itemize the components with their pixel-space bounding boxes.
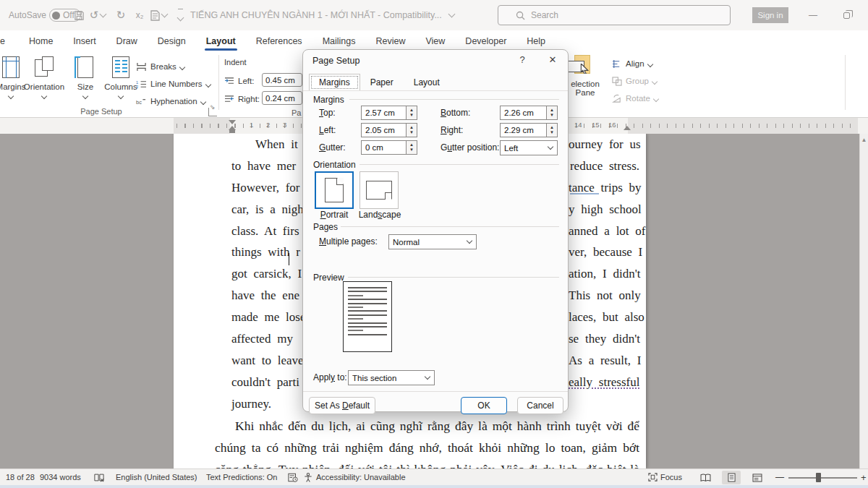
doc-line: However, for (231, 177, 304, 199)
right-indent-marker[interactable] (624, 126, 631, 130)
doc-line: laces, but also (569, 307, 639, 328)
sign-in-button[interactable]: Sign in (752, 7, 788, 23)
page-setup-dialog: Page Setup ? ✕ MarginsPaperLayout Margin… (302, 49, 569, 412)
indent-left-icon (224, 77, 234, 85)
left-margin-field[interactable]: 2.05 cm▲▼ (361, 123, 417, 137)
indent-right-field[interactable]: 0.24 cm (262, 91, 302, 105)
chevron-down-icon (463, 241, 476, 243)
zoom-out-button[interactable]: — (775, 469, 784, 485)
ribbon-tab[interactable]: Home (19, 30, 63, 52)
columns-button[interactable]: Columns (101, 56, 140, 100)
first-line-indent-marker[interactable] (229, 120, 236, 124)
ruler-number: 16 (608, 121, 616, 129)
chevron-down-icon (421, 377, 434, 379)
save-icon[interactable] (69, 0, 88, 30)
taskbar-edge (0, 485, 868, 488)
help-icon[interactable]: ? (514, 54, 530, 65)
orientation-section-label: Orientation (313, 160, 356, 170)
dialog-tab[interactable]: Layout (404, 74, 450, 91)
ribbon-tab[interactable]: Design (148, 30, 196, 52)
align-button[interactable]: Align (612, 56, 652, 71)
indent-right-row: Right: (224, 92, 260, 106)
doc-line: got carsick, I (231, 263, 304, 285)
doc-line: When it (231, 134, 304, 155)
autosave-label: AutoSave (9, 0, 46, 30)
doc-line: couldn't parti (231, 372, 304, 393)
set-as-default-button[interactable]: Set As Default (309, 397, 375, 414)
top-margin-label: Top: (319, 108, 336, 118)
focus-button[interactable]: Focus (648, 469, 682, 485)
ribbon-tab[interactable]: Layout (196, 30, 246, 52)
vertical-scrollbar[interactable]: ▲ (859, 134, 868, 468)
portrait-label: Portrait (315, 210, 354, 220)
left-indent-marker[interactable] (229, 130, 235, 133)
ok-button[interactable]: OK (461, 397, 507, 414)
page-setup-dialog-launcher[interactable] (208, 108, 217, 116)
print-layout-button[interactable] (722, 471, 741, 484)
breaks-button[interactable]: Breaks (136, 59, 184, 74)
doc-line: affected my (231, 328, 304, 350)
tab-file-partial[interactable]: e (0, 30, 5, 52)
portrait-button[interactable] (315, 171, 354, 209)
ribbon-tab[interactable]: References (246, 30, 312, 52)
indent-left-field[interactable]: 0.45 cm (262, 73, 302, 87)
read-mode-button[interactable] (696, 471, 715, 484)
size-button[interactable]: Size (69, 56, 101, 100)
line-numbers-button[interactable]: 12 Line Numbers (136, 77, 210, 91)
landscape-button[interactable] (359, 171, 399, 209)
minimize-button[interactable]: — (799, 0, 827, 30)
cancel-button[interactable]: Cancel (517, 397, 563, 414)
scroll-up-icon[interactable]: ▲ (860, 137, 868, 143)
editor-time-icon[interactable] (288, 469, 298, 485)
dialog-tab[interactable]: Paper (360, 74, 404, 91)
word-count[interactable]: 9034 words (40, 469, 81, 485)
page-indicator[interactable]: 18 of 28 (6, 469, 35, 485)
zoom-in-button[interactable]: + (861, 469, 867, 485)
right-margin-field[interactable]: 2.29 cm▲▼ (500, 123, 558, 137)
columns-icon (110, 56, 132, 80)
spinner[interactable]: ▲▼ (546, 106, 557, 119)
proofing-icon[interactable] (94, 469, 104, 485)
paste-icon[interactable] (148, 0, 169, 30)
doc-line: have the ene (231, 285, 304, 307)
subscript-icon[interactable]: x₂ (132, 0, 148, 30)
restore-button[interactable] (832, 0, 861, 30)
indent-right-label: Right: (238, 95, 260, 103)
group-icon (612, 77, 622, 86)
spinner[interactable]: ▲▼ (546, 124, 557, 137)
redo-icon[interactable]: ↻ (113, 0, 129, 30)
search-box[interactable]: Search (498, 5, 731, 25)
undo-icon[interactable]: ↺ (88, 0, 107, 30)
doc-line: y high school (569, 199, 639, 221)
qat-overflow-icon[interactable] (172, 0, 188, 30)
spinner[interactable]: ▲▼ (406, 124, 417, 137)
rotate-button: Rotate (612, 91, 658, 106)
dialog-tab[interactable]: Margins (309, 74, 360, 91)
multiple-pages-dropdown[interactable]: Normal (388, 234, 477, 249)
web-layout-button[interactable] (748, 471, 767, 484)
gutter-position-dropdown[interactable]: Left (500, 140, 558, 155)
ruler-number: 15 (592, 121, 600, 129)
breaks-icon (136, 62, 147, 72)
title-chevron-icon[interactable] (448, 11, 455, 18)
top-margin-field[interactable]: 2.57 cm▲▼ (361, 106, 417, 120)
zoom-slider-thumb[interactable] (816, 473, 821, 482)
ribbon-tab[interactable]: Insert (63, 30, 106, 52)
hyphenation-button[interactable]: bc Hyphenation (136, 94, 205, 108)
selection-pane-button[interactable]: election Pane (563, 80, 608, 97)
bottom-margin-field[interactable]: 2.26 cm▲▼ (500, 106, 558, 120)
zoom-slider-track[interactable] (788, 477, 857, 479)
spinner[interactable]: ▲▼ (406, 141, 417, 154)
apply-to-dropdown[interactable]: This section (348, 370, 435, 385)
spinner[interactable]: ▲▼ (406, 106, 417, 119)
close-icon[interactable]: ✕ (545, 54, 561, 65)
selection-pane-icon (566, 55, 595, 80)
language-indicator[interactable]: English (United States) (116, 469, 197, 485)
focus-icon (648, 473, 658, 481)
ribbon-tab[interactable]: Draw (106, 30, 148, 52)
text-predictions[interactable]: Text Predictions: On (206, 469, 277, 485)
doc-line: to have mer (231, 155, 304, 177)
accessibility-status[interactable]: Accessibility: Unavailable (316, 469, 406, 485)
gutter-field[interactable]: 0 cm▲▼ (361, 140, 417, 155)
orientation-button[interactable]: Orientation (22, 56, 67, 100)
